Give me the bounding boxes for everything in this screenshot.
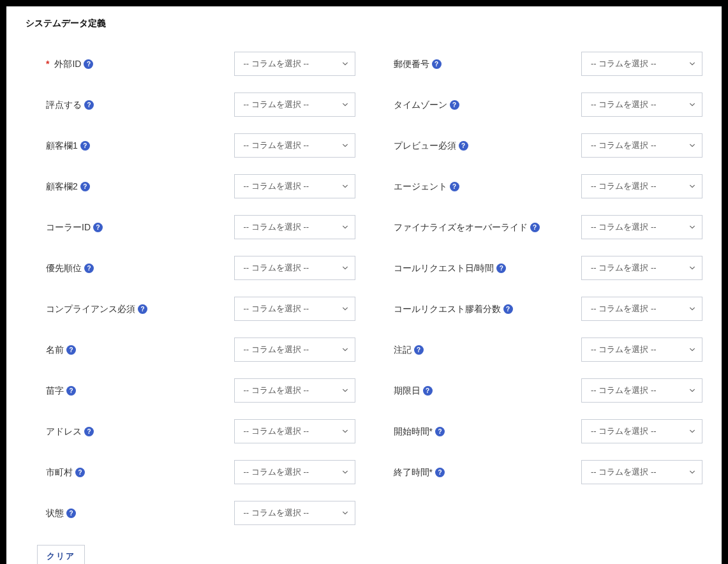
field-label-text: 市町村 (46, 466, 73, 479)
field-label-text: 注記 (394, 343, 412, 357)
column-select-compliance-required[interactable]: -- コラムを選択 -- (234, 297, 355, 321)
select-placeholder: -- コラムを選択 -- (591, 181, 657, 192)
field-label: 市町村 (46, 466, 221, 479)
column-select-state[interactable]: -- コラムを選択 -- (234, 501, 355, 525)
select-cell: -- コラムを選択 -- (234, 419, 355, 443)
field-row-agent: エージェント-- コラムを選択 -- (394, 166, 703, 207)
chevron-down-icon (689, 469, 695, 475)
column-select-rate[interactable]: -- コラムを選択 -- (234, 93, 355, 117)
select-cell: -- コラムを選択 -- (234, 52, 355, 76)
field-label-text: 名前 (46, 343, 64, 357)
select-cell: -- コラムを選択 -- (234, 460, 355, 484)
select-placeholder: -- コラムを選択 -- (244, 426, 309, 437)
column-select-last-name[interactable]: -- コラムを選択 -- (234, 378, 355, 403)
help-icon[interactable] (84, 263, 94, 273)
clear-button[interactable]: クリア (37, 545, 85, 564)
column-select-call-request-adhesion-minutes[interactable]: -- コラムを選択 -- (581, 297, 702, 321)
column-select-due-date[interactable]: -- コラムを選択 -- (581, 378, 702, 403)
help-icon[interactable] (80, 182, 90, 191)
chevron-down-icon (342, 387, 348, 394)
field-label-text: 評点する (46, 98, 82, 112)
field-label-text: 顧客欄2 (46, 180, 78, 193)
select-cell: -- コラムを選択 -- (581, 215, 702, 239)
select-placeholder: -- コラムを選択 -- (591, 466, 657, 478)
help-icon[interactable] (496, 263, 506, 273)
help-icon[interactable] (450, 100, 459, 110)
select-placeholder: -- コラムを選択 -- (591, 221, 657, 233)
select-cell: -- コラムを選択 -- (581, 338, 702, 362)
column-select-address[interactable]: -- コラムを選択 -- (234, 419, 355, 443)
chevron-down-icon (342, 428, 348, 434)
help-icon[interactable] (66, 386, 76, 396)
column-select-timezone[interactable]: -- コラムを選択 -- (581, 93, 702, 117)
column-select-customer-field-1[interactable]: -- コラムを選択 -- (234, 133, 355, 158)
help-icon[interactable] (84, 100, 94, 110)
column-select-end-time[interactable]: -- コラムを選択 -- (581, 460, 702, 484)
field-label: 終了時間* (394, 466, 569, 479)
field-label: エージェント (394, 180, 569, 193)
help-icon[interactable] (432, 59, 442, 69)
chevron-down-icon (342, 224, 348, 230)
help-icon[interactable] (66, 345, 76, 355)
chevron-down-icon (689, 183, 695, 189)
help-icon[interactable] (435, 468, 445, 477)
field-label-text: 外部ID (54, 57, 81, 71)
column-select-agent[interactable]: -- コラムを選択 -- (581, 174, 702, 198)
field-label: コンプライアンス必須 (46, 302, 221, 316)
field-row-call-request-adhesion-minutes: コールリクエスト膠着分数-- コラムを選択 -- (394, 288, 703, 329)
field-label-text: 開始時間* (394, 425, 433, 438)
select-placeholder: -- コラムを選択 -- (244, 140, 309, 151)
select-placeholder: -- コラムを選択 -- (244, 221, 309, 233)
help-icon[interactable] (84, 427, 94, 436)
select-cell: -- コラムを選択 -- (581, 93, 702, 117)
select-placeholder: -- コラムを選択 -- (244, 181, 309, 192)
column-select-override-finalize[interactable]: -- コラムを選択 -- (581, 215, 702, 239)
field-label: タイムゾーン (394, 98, 569, 112)
column-select-first-name[interactable]: -- コラムを選択 -- (234, 338, 355, 362)
field-row-preview-required: プレビュー必須-- コラムを選択 -- (394, 125, 703, 166)
field-label: 開始時間* (394, 425, 569, 438)
column-select-city[interactable]: -- コラムを選択 -- (234, 460, 355, 484)
help-icon[interactable] (459, 141, 468, 151)
column-select-preview-required[interactable]: -- コラムを選択 -- (581, 133, 702, 158)
select-cell: -- コラムを選択 -- (581, 133, 702, 158)
select-cell: -- コラムを選択 -- (234, 133, 355, 158)
help-icon[interactable] (80, 141, 90, 151)
column-select-customer-field-2[interactable]: -- コラムを選択 -- (234, 174, 355, 198)
field-label: 郵便番号 (394, 57, 569, 71)
help-icon[interactable] (66, 508, 76, 518)
help-icon[interactable] (93, 223, 103, 232)
system-data-definition-panel: システムデータ定義 *外部ID-- コラムを選択 --評点する-- コラムを選択… (6, 6, 722, 564)
form-columns: *外部ID-- コラムを選択 --評点する-- コラムを選択 --顧客欄1-- … (46, 43, 702, 533)
chevron-down-icon (342, 306, 348, 312)
select-placeholder: -- コラムを選択 -- (591, 99, 657, 110)
help-icon[interactable] (435, 427, 445, 436)
help-icon[interactable] (414, 345, 424, 355)
field-row-end-time: 終了時間*-- コラムを選択 -- (394, 452, 703, 493)
field-row-last-name: 苗字-- コラムを選択 -- (46, 370, 355, 411)
help-icon[interactable] (503, 304, 513, 314)
field-label: *外部ID (46, 57, 221, 71)
select-cell: -- コラムを選択 -- (581, 52, 702, 76)
column-select-call-request-datetime[interactable]: -- コラムを選択 -- (581, 256, 702, 280)
column-select-notes[interactable]: -- コラムを選択 -- (581, 338, 702, 362)
chevron-down-icon (689, 224, 695, 230)
help-icon[interactable] (84, 59, 93, 69)
column-select-caller-id[interactable]: -- コラムを選択 -- (234, 215, 355, 239)
column-select-start-time[interactable]: -- コラムを選択 -- (581, 419, 702, 443)
help-icon[interactable] (530, 223, 540, 232)
chevron-down-icon (689, 61, 695, 67)
field-row-notes: 注記-- コラムを選択 -- (394, 329, 703, 370)
column-select-postal-code[interactable]: -- コラムを選択 -- (581, 52, 702, 76)
column-select-priority[interactable]: -- コラムを選択 -- (234, 256, 355, 280)
help-icon[interactable] (423, 386, 433, 396)
help-icon[interactable] (138, 304, 147, 314)
select-placeholder: -- コラムを選択 -- (244, 58, 309, 70)
select-cell: -- コラムを選択 -- (234, 256, 355, 280)
help-icon[interactable] (450, 182, 459, 191)
field-label: 優先順位 (46, 262, 221, 275)
required-asterisk: * (46, 57, 49, 71)
help-icon[interactable] (75, 468, 85, 477)
select-cell: -- コラムを選択 -- (581, 378, 702, 403)
column-select-external-id[interactable]: -- コラムを選択 -- (234, 52, 355, 76)
